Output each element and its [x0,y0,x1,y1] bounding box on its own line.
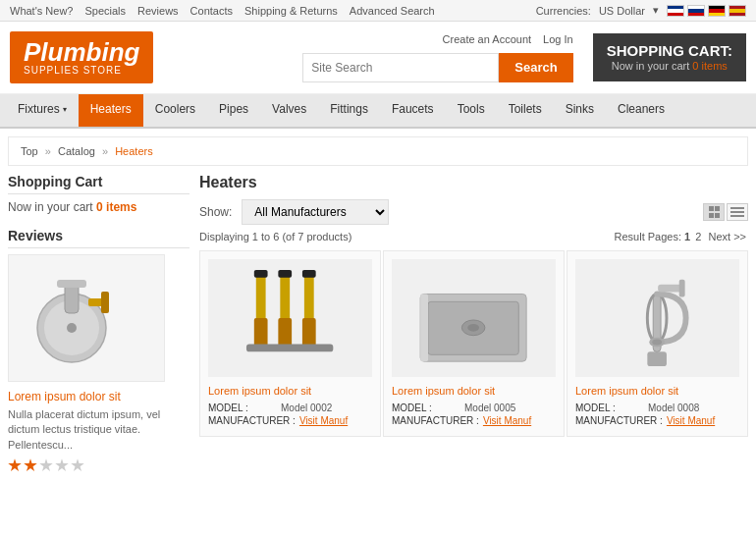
product-image-2 [392,259,556,377]
dropdown-arrow-icon: ▾ [653,4,659,17]
model-label-2: MODEL : [392,403,460,413]
search-button[interactable]: Search [499,53,572,82]
nav-item-cleaners[interactable]: Cleaners [606,94,676,127]
flag-ru-icon[interactable] [687,5,705,17]
breadcrumb-current: Heaters [115,145,153,157]
star-1-icon [8,458,22,472]
product-card-1: Lorem ipsum dolor sit MODEL : Model 0002… [199,250,381,437]
svg-rect-13 [304,275,314,323]
whats-new-link[interactable]: What's New? [10,5,73,17]
specials-link[interactable]: Specials [84,5,126,17]
model-value-2: Model 0005 [464,403,515,413]
sidebar-reviews-title: Reviews [8,228,189,248]
flag-es-icon[interactable] [729,5,746,17]
main-nav: Fixtures ▾ Heaters Coolers Pipes Valves … [0,94,756,129]
meta-row-mfr-3: MANUFACTURER : Visit Manuf [575,415,739,426]
mfr-label-3: MANUFACTURER : [575,415,663,426]
product-area: Heaters Show: All Manufacturers Manufact… [199,174,748,486]
view-icons [703,203,748,221]
product-svg-2 [400,265,547,371]
sidebar-cart-section: Shopping Cart Now in your cart 0 items [8,174,189,214]
nav-item-tools[interactable]: Tools [446,94,497,127]
sidebar-cart-title: Shopping Cart [8,174,189,194]
nav-item-fixtures[interactable]: Fixtures ▾ [6,94,79,127]
top-bar: What's New? Specials Reviews Contacts Sh… [0,0,756,22]
display-info: Displaying 1 to 6 (of 7 products) [199,231,351,242]
star-5-icon [71,458,84,472]
result-pages: Result Pages: 1 2 Next >> [615,231,748,242]
meta-row-model-3: MODEL : Model 0008 [575,403,739,413]
meta-row-mfr-1: MANUFACTURER : Visit Manuf [208,415,372,426]
shipping-link[interactable]: Shipping & Returns [244,5,338,17]
line-icon [730,207,744,209]
breadcrumb-top[interactable]: Top [21,145,38,157]
svg-rect-15 [302,318,316,347]
advanced-search-link[interactable]: Advanced Search [350,5,435,17]
next-page-link[interactable]: Next >> [708,231,746,242]
svg-rect-8 [254,270,268,278]
cart-sub: Now in your cart 0 items [607,60,732,72]
svg-rect-16 [246,345,333,352]
product-name-1[interactable]: Lorem ipsum dolor sit [208,385,372,397]
product-meta-2: MODEL : Model 0005 MANUFACTURER : Visit … [392,403,556,426]
search-input[interactable] [302,53,499,82]
flag-de-icon[interactable] [708,5,726,17]
nav-item-pipes[interactable]: Pipes [207,94,260,127]
mfr-value-2[interactable]: Visit Manuf [483,415,531,426]
nav-item-sinks[interactable]: Sinks [554,94,606,127]
nav-item-faucets[interactable]: Faucets [380,94,446,127]
svg-rect-27 [658,285,682,293]
breadcrumb: Top » Catalog » Heaters [8,136,748,166]
nav-item-coolers[interactable]: Coolers [143,94,207,127]
mfr-value-3[interactable]: Visit Manuf [667,415,715,426]
svg-rect-11 [279,270,293,278]
sidebar-product-svg [18,264,155,372]
model-label-3: MODEL : [575,403,644,413]
nav-item-heaters[interactable]: Heaters [79,94,143,127]
header: Plumbing SUPPLIES STORE Create an Accoun… [0,22,756,94]
product-name-3[interactable]: Lorem ipsum dolor sit [575,385,739,397]
breadcrumb-catalog[interactable]: Catalog [58,145,95,157]
product-name-2[interactable]: Lorem ipsum dolor sit [392,385,556,397]
nav-item-fittings[interactable]: Fittings [318,94,380,127]
nav-item-valves[interactable]: Valves [260,94,318,127]
grid-view-button[interactable] [703,203,725,221]
svg-rect-14 [302,270,316,278]
svg-rect-7 [256,275,266,323]
list-icon [730,207,744,217]
logo: Plumbing SUPPLIES STORE [10,31,153,83]
svg-rect-21 [420,294,428,361]
currency-value[interactable]: US Dollar [599,5,645,17]
login-link[interactable]: Log In [543,33,573,45]
meta-row-model-2: MODEL : Model 0005 [392,403,556,413]
create-account-link[interactable]: Create an Account [443,33,532,45]
contacts-link[interactable]: Contacts [190,5,233,17]
line-icon [730,211,744,213]
svg-point-2 [67,323,77,333]
nav-item-toilets[interactable]: Toilets [497,94,554,127]
sidebar-reviews-section: Reviews Lorem ipsum dolor sit Nulla p [8,228,189,472]
flag-uk-icon[interactable] [667,5,684,17]
reviews-link[interactable]: Reviews [137,5,179,17]
sidebar-stars [8,458,189,472]
sidebar-product-desc: Nulla placerat dictum ipsum, vel dictum … [8,407,189,453]
mfr-label-1: MANUFACTURER : [208,415,296,426]
main-content: Shopping Cart Now in your cart 0 items R… [0,174,756,486]
top-bar-links: What's New? Specials Reviews Contacts Sh… [10,5,435,17]
dot-icon [709,206,714,211]
breadcrumb-sep2: » [102,145,108,157]
product-grid: Lorem ipsum dolor sit MODEL : Model 0002… [199,250,748,437]
star-2-icon [24,458,37,472]
page-1-link[interactable]: 1 [684,231,690,242]
sidebar-product-image [8,254,165,382]
manufacturer-select[interactable]: All Manufacturers Manufacturer A Manufac… [242,199,389,225]
mfr-value-1[interactable]: Visit Manuf [299,415,348,426]
page-2-link[interactable]: 2 [695,231,701,242]
cart-title: SHOPPING CART: [607,43,732,60]
product-image-1 [208,259,372,377]
sidebar-product-link[interactable]: Lorem ipsum dolor sit [8,390,189,403]
product-card-3: Lorem ipsum dolor sit MODEL : Model 0008… [567,250,748,437]
product-area-title: Heaters [199,174,748,191]
meta-row-mfr-2: MANUFACTURER : Visit Manuf [392,415,556,426]
list-view-button[interactable] [727,203,748,221]
